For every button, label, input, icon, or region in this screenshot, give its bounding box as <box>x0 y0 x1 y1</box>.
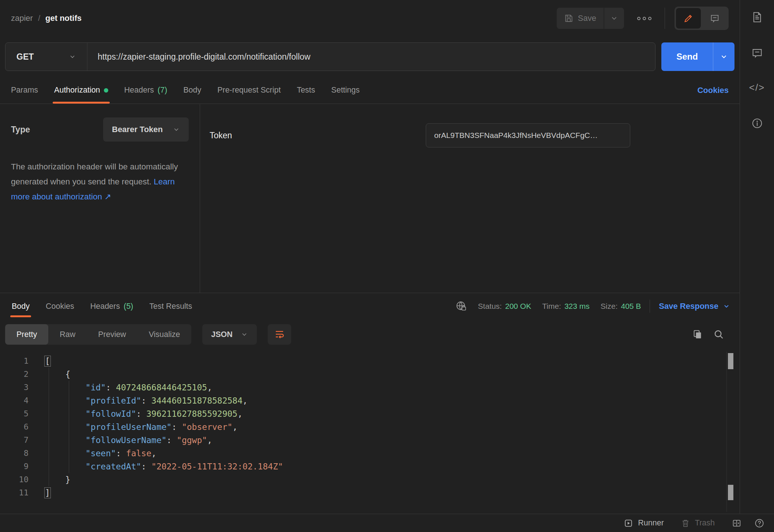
runner-button[interactable]: Runner <box>624 518 664 528</box>
code-lines: 1[2 {3 "id": 407248668446425105,4 "profi… <box>0 349 740 499</box>
response-tab-label: Cookies <box>46 302 74 311</box>
request-tab-pre-request-script[interactable]: Pre-request Script <box>209 77 289 104</box>
request-tab-label: Headers <box>124 86 154 95</box>
code-line: 4 "profileId": 344460151878582584, <box>0 394 740 407</box>
code-line: 1[ <box>0 355 740 368</box>
send-button[interactable]: Send <box>661 52 713 62</box>
url-input[interactable]: https://zapier-staging.profile-digital.c… <box>87 52 321 62</box>
comment-mode-button[interactable] <box>702 8 727 29</box>
viewer-mode-pretty[interactable]: Pretty <box>5 324 48 345</box>
line-content: } <box>29 473 70 486</box>
code-token: "createdAt" <box>86 462 141 471</box>
cookies-link[interactable]: Cookies <box>697 86 737 95</box>
trash-icon <box>681 518 690 528</box>
code-token: 407248668446425105 <box>116 383 207 392</box>
code-token: "seen" <box>86 449 116 458</box>
request-tab-settings[interactable]: Settings <box>323 77 368 104</box>
request-tab-body[interactable]: Body <box>175 77 209 104</box>
request-tab-label: Pre-request Script <box>217 86 281 95</box>
scrollbar-track[interactable] <box>726 352 734 512</box>
code-token: , <box>243 396 248 405</box>
response-tab-cookies[interactable]: Cookies <box>38 293 82 319</box>
status-label: Status: <box>478 302 502 311</box>
external-link-arrow-icon: ↗ <box>104 192 111 201</box>
code-snippet-icon[interactable]: </> <box>749 82 765 93</box>
documentation-icon[interactable] <box>751 11 763 23</box>
network-globe-icon[interactable] <box>455 300 467 312</box>
request-tab-params[interactable]: Params <box>3 77 46 104</box>
code-line: 6 "profileUserName": "observer", <box>0 420 740 434</box>
auth-token-panel: Token orAL9TBN3SFNaaP4k3JfNsHeVBVdpACFgC… <box>200 104 740 293</box>
scrollbar-thumb[interactable] <box>728 353 733 369</box>
code-token: : <box>172 422 182 432</box>
format-select[interactable]: JSON <box>202 324 257 345</box>
response-tab-body[interactable]: Body <box>4 293 38 319</box>
response-tab-test-results[interactable]: Test Results <box>141 293 200 319</box>
auth-type-select[interactable]: Bearer Token <box>103 117 189 142</box>
edit-mode-button[interactable] <box>676 8 701 29</box>
line-content: "profileId": 344460151878582584, <box>29 394 248 407</box>
request-tabs: ParamsAuthorizationHeaders(7)BodyPre-req… <box>0 77 740 104</box>
line-content: "followUserName": "ggwp", <box>29 434 212 447</box>
response-tab-count: (5) <box>124 302 133 311</box>
wrap-text-button[interactable] <box>268 324 291 345</box>
indent <box>45 370 65 379</box>
line-number: 5 <box>0 407 29 420</box>
indent <box>45 475 65 484</box>
viewer-mode-visualize[interactable]: Visualize <box>138 324 192 345</box>
send-options-button[interactable] <box>713 53 734 61</box>
auth-configured-dot-icon <box>104 88 108 93</box>
viewer-mode-raw[interactable]: Raw <box>48 324 87 345</box>
request-tab-tests[interactable]: Tests <box>289 77 323 104</box>
header-bar: zapier / get notifs Save <box>0 0 740 37</box>
token-input[interactable]: orAL9TBN3SFNaaP4k3JfNsHeVBVdpACFgC… <box>426 123 630 147</box>
save-button-group: Save <box>557 8 624 29</box>
request-tab-label: Body <box>183 86 201 95</box>
line-number: 11 <box>0 486 29 499</box>
method-select[interactable]: GET <box>5 43 87 71</box>
comments-icon[interactable] <box>751 47 763 59</box>
code-token: : <box>116 449 126 458</box>
more-options-button[interactable] <box>634 13 655 24</box>
line-content: { <box>29 368 70 381</box>
viewer-mode-preview[interactable]: Preview <box>87 324 137 345</box>
size-pair: Size: 405 B <box>601 302 641 311</box>
save-options-button[interactable] <box>604 8 624 29</box>
code-line: 3 "id": 407248668446425105, <box>0 381 740 394</box>
send-button-group: Send <box>661 42 734 71</box>
panel-layout-icon[interactable] <box>732 518 742 528</box>
auth-type-panel: Type Bearer Token The authorization head… <box>0 104 200 293</box>
code-token: , <box>207 435 212 445</box>
status-pair: Status: 200 OK <box>478 302 531 311</box>
size-label: Size: <box>601 302 618 311</box>
indent <box>45 462 86 471</box>
indent <box>45 383 86 392</box>
save-button[interactable]: Save <box>557 8 604 29</box>
search-icon[interactable] <box>713 329 724 340</box>
request-tab-headers[interactable]: Headers(7) <box>116 77 176 104</box>
breadcrumb-request-name[interactable]: get notifs <box>45 14 82 23</box>
token-label: Token <box>210 131 426 141</box>
save-button-label: Save <box>578 14 596 23</box>
chevron-down-icon <box>720 53 728 61</box>
response-tab-headers[interactable]: Headers(5) <box>82 293 142 319</box>
code-token: [ <box>45 356 50 366</box>
code-token: : <box>136 409 146 419</box>
viewer-mode-tabs: PrettyRawPreviewVisualize <box>5 324 191 345</box>
code-line: 2 { <box>0 368 740 381</box>
breadcrumb: zapier / get notifs <box>11 14 82 23</box>
line-content: "createdAt": "2022-05-11T11:32:02.184Z" <box>29 460 283 473</box>
trash-button[interactable]: Trash <box>681 518 715 528</box>
wrap-text-icon <box>274 329 285 340</box>
info-icon[interactable] <box>751 117 763 130</box>
scrollbar-thumb[interactable] <box>728 485 733 500</box>
status-value: 200 OK <box>505 302 531 311</box>
code-token: : <box>166 435 177 445</box>
breadcrumb-workspace[interactable]: zapier <box>11 14 33 23</box>
copy-icon[interactable] <box>692 329 703 340</box>
code-token: "followUserName" <box>86 435 167 445</box>
save-response-button[interactable]: Save Response <box>659 301 736 311</box>
help-icon[interactable] <box>754 518 764 528</box>
request-tab-authorization[interactable]: Authorization <box>46 77 116 104</box>
code-token: "2022-05-11T11:32:02.184Z" <box>151 462 283 471</box>
